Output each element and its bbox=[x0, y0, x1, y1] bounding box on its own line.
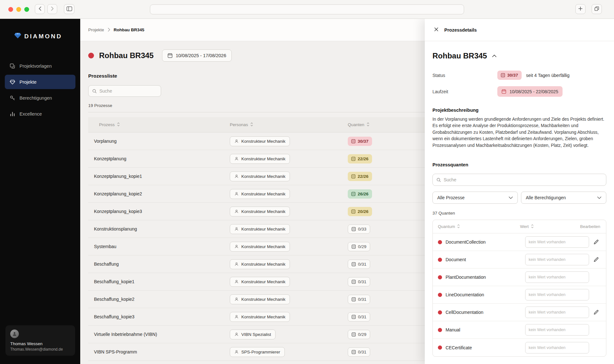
quantum-name: LineDocumentation bbox=[446, 292, 484, 297]
quanten-badge: 0/31 bbox=[348, 347, 370, 357]
avatar bbox=[10, 330, 19, 338]
window-zoom-button[interactable] bbox=[24, 7, 29, 12]
person-icon bbox=[234, 315, 239, 319]
browser-tab-overview-button[interactable] bbox=[592, 4, 602, 14]
user-email: Thomas.Wessen@diamond.de bbox=[10, 347, 70, 352]
quantum-value-input[interactable] bbox=[525, 254, 589, 265]
window-close-button[interactable] bbox=[8, 7, 13, 12]
quantum-name: CellDocumentation bbox=[446, 310, 483, 315]
persona-chip: Konstrukteur Mechanik bbox=[230, 207, 290, 216]
sidebar-item-excellence[interactable]: Excellence bbox=[5, 107, 75, 121]
status-dot bbox=[438, 328, 442, 332]
quantum-row[interactable]: Document bbox=[433, 251, 606, 269]
persona-chip: Konstrukteur Mechanik bbox=[230, 189, 290, 199]
persona-chip: SPS-Programmierer bbox=[230, 347, 285, 357]
template-icon bbox=[10, 63, 15, 69]
process-search-input[interactable] bbox=[99, 88, 157, 94]
breadcrumb-projekte[interactable]: Projekte bbox=[88, 27, 104, 32]
browser-back-button[interactable] bbox=[35, 4, 45, 14]
edit-button[interactable] bbox=[592, 308, 600, 316]
window-minimize-button[interactable] bbox=[16, 7, 21, 12]
status-label: Status bbox=[432, 73, 497, 78]
column-label: Personas bbox=[230, 122, 248, 127]
browser-address-bar[interactable] bbox=[150, 4, 464, 14]
sidebar-item-projektvorlagen[interactable]: Projektvorlagen bbox=[5, 59, 75, 73]
diamond-icon bbox=[10, 79, 15, 85]
edit-button[interactable] bbox=[592, 238, 600, 246]
column-header-prozess[interactable]: Prozess bbox=[88, 122, 230, 128]
status-dot bbox=[438, 345, 442, 350]
quantum-row[interactable]: Manual bbox=[433, 321, 606, 339]
process-name: Konzeptplanung bbox=[88, 156, 230, 161]
person-icon bbox=[234, 350, 239, 354]
quantum-value-input[interactable] bbox=[525, 289, 589, 300]
user-card[interactable]: Thomas Wessen Thomas.Wessen@diamond.de bbox=[5, 325, 75, 356]
plus-icon bbox=[578, 6, 583, 12]
collapse-section-button[interactable] bbox=[492, 54, 497, 58]
quantum-value-input[interactable] bbox=[525, 271, 589, 283]
process-name: Beschaffung_kopie3 bbox=[88, 314, 230, 319]
process-name: Beschaffung_kopie1 bbox=[88, 279, 230, 284]
sidebar-item-berechtigungen[interactable]: Berechtigungen bbox=[5, 91, 75, 105]
quantum-value-input[interactable] bbox=[525, 324, 589, 336]
quantum-row[interactable]: LineDocumentation bbox=[433, 286, 606, 304]
pencil-icon bbox=[593, 239, 599, 245]
status-badge-value: 30/37 bbox=[507, 73, 518, 78]
quantum-icon bbox=[352, 227, 356, 231]
persona-chip: Konstrukteur Mechanik bbox=[230, 277, 290, 287]
process-name: Konzeptplanung_kopie3 bbox=[88, 209, 230, 214]
project-date-range: 10/08/2025 - 17/08/2026 bbox=[176, 53, 226, 58]
quanten-value: 0/33 bbox=[358, 227, 366, 231]
filter-berechtigungen-select[interactable]: Alle Berechtigungen bbox=[521, 192, 606, 204]
select-value: Alle Prozesse bbox=[437, 195, 465, 200]
quantum-row[interactable]: CellDocumentation bbox=[433, 304, 606, 321]
quantum-value-input[interactable] bbox=[525, 236, 589, 248]
panel-close-button[interactable] bbox=[434, 27, 439, 33]
sort-icon bbox=[367, 122, 369, 128]
quantum-search-input[interactable] bbox=[444, 177, 602, 182]
browser-forward-button[interactable] bbox=[47, 4, 57, 14]
filter-prozesse-select[interactable]: Alle Prozesse bbox=[432, 192, 518, 204]
sidebar-item-label: Excellence bbox=[19, 111, 42, 117]
column-header-quantum[interactable]: Quantum bbox=[438, 224, 460, 230]
browser-new-tab-button[interactable] bbox=[575, 4, 586, 14]
quantum-value-input[interactable] bbox=[525, 342, 589, 353]
bar-chart-icon bbox=[10, 111, 15, 117]
column-header-bearbeiten: Bearbeiten bbox=[580, 224, 600, 229]
status-note: seit 4 Tagen überfällig bbox=[526, 73, 570, 78]
quantum-row[interactable]: PlantDocumentation bbox=[433, 269, 606, 286]
quanten-value: 0/31 bbox=[358, 262, 366, 267]
calendar-icon bbox=[167, 53, 173, 58]
quantum-table: Quantum Wert Bearbeiten DocumentC bbox=[432, 220, 606, 357]
project-date-range-button[interactable]: 10/08/2025 - 17/08/2026 bbox=[162, 49, 232, 62]
sidebar-item-projekte[interactable]: Projekte bbox=[5, 75, 75, 89]
quantum-row[interactable]: DocumentCollection bbox=[433, 233, 606, 251]
laufzeit-label: Laufzeit bbox=[432, 89, 497, 94]
sidebar: DIAMOND ProjektvorlagenProjekteBerechtig… bbox=[0, 19, 80, 364]
persona-label: Konstrukteur Mechanik bbox=[241, 279, 285, 284]
browser-sidebar-toggle-button[interactable] bbox=[64, 4, 74, 14]
sort-icon bbox=[531, 224, 534, 230]
sort-icon bbox=[250, 122, 253, 128]
status-dot bbox=[438, 258, 442, 262]
person-icon bbox=[234, 139, 239, 143]
edit-button[interactable] bbox=[592, 255, 600, 264]
quantum-name: Document bbox=[446, 257, 466, 262]
quanten-value: 0/31 bbox=[358, 350, 366, 354]
quantum-name: PlantDocumentation bbox=[446, 275, 486, 280]
persona-chip: Konstrukteur Mechanik bbox=[230, 136, 290, 146]
persona-chip: Konstrukteur Mechanik bbox=[230, 294, 290, 304]
process-name: Systembau bbox=[88, 244, 230, 249]
persona-label: Konstrukteur Mechanik bbox=[241, 156, 285, 161]
column-header-personas[interactable]: Personas bbox=[230, 122, 348, 128]
quantum-value-input[interactable] bbox=[525, 307, 589, 318]
column-header-wert[interactable]: Wert bbox=[520, 224, 580, 230]
quanten-value: 26/26 bbox=[358, 192, 369, 196]
column-label: Quantum bbox=[438, 224, 455, 229]
quanten-badge: 20/26 bbox=[348, 207, 372, 216]
breadcrumb-current: Rohbau BR345 bbox=[114, 27, 144, 32]
quanten-value: 22/26 bbox=[358, 174, 369, 179]
status-dot bbox=[438, 293, 442, 297]
quantum-icon bbox=[501, 73, 505, 77]
quantum-row[interactable]: CECertificate bbox=[433, 339, 606, 356]
